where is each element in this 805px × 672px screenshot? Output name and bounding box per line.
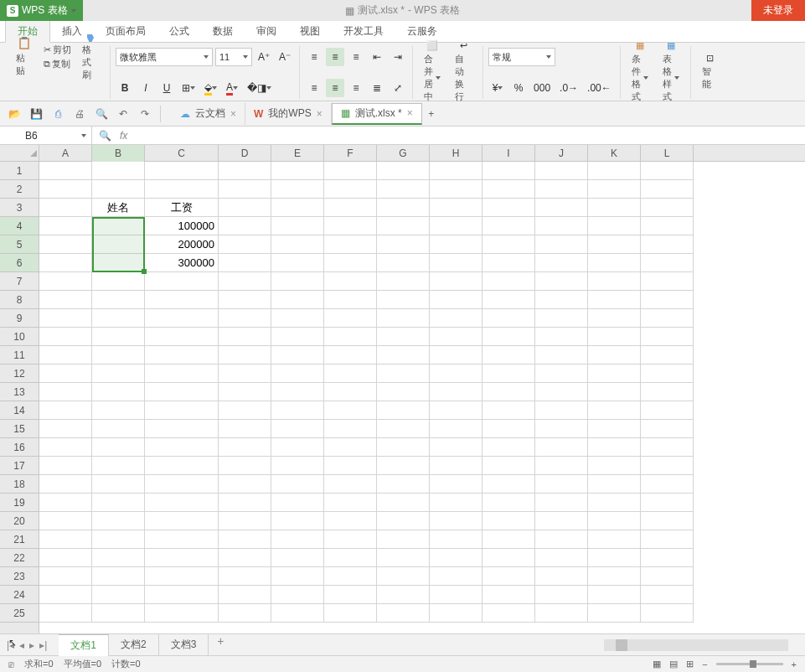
align-justify-button[interactable]: ≣ xyxy=(368,79,386,97)
cell-J1[interactable] xyxy=(535,162,588,180)
cell-D14[interactable] xyxy=(219,401,271,420)
merge-center-button[interactable]: ⬜ 合并居中 xyxy=(418,46,446,96)
cell-E24[interactable] xyxy=(271,586,324,604)
cell-A12[interactable] xyxy=(39,364,92,383)
cell-A11[interactable] xyxy=(39,346,92,364)
cell-E5[interactable] xyxy=(271,235,324,254)
cell-D6[interactable] xyxy=(219,254,271,272)
formula-input[interactable] xyxy=(136,127,805,144)
cell-J3[interactable] xyxy=(535,199,588,217)
cell-B1[interactable] xyxy=(92,162,145,180)
cell-K25[interactable] xyxy=(588,604,641,623)
cell-H13[interactable] xyxy=(430,383,482,401)
cell-E1[interactable] xyxy=(271,162,324,180)
cell-B25[interactable] xyxy=(92,604,145,623)
cell-G4[interactable] xyxy=(377,217,430,235)
cell-L14[interactable] xyxy=(641,401,694,420)
cell-E8[interactable] xyxy=(271,291,324,309)
cell-C11[interactable] xyxy=(145,346,219,364)
cell-A6[interactable] xyxy=(39,254,92,272)
doc-tab-cloud[interactable]: ☁ 云文档 × xyxy=(172,103,245,125)
row-header-14[interactable]: 14 xyxy=(0,401,39,420)
close-icon[interactable]: × xyxy=(317,108,323,120)
cell-K6[interactable] xyxy=(588,254,641,272)
cell-I9[interactable] xyxy=(482,309,535,328)
cell-K15[interactable] xyxy=(588,420,641,438)
column-header-L[interactable]: L xyxy=(641,145,694,162)
cell-F3[interactable] xyxy=(324,199,377,217)
cell-G15[interactable] xyxy=(377,420,430,438)
cell-G17[interactable] xyxy=(377,457,430,475)
cell-I19[interactable] xyxy=(482,494,535,512)
cell-L21[interactable] xyxy=(641,530,694,549)
cell-D13[interactable] xyxy=(219,383,271,401)
cell-F1[interactable] xyxy=(324,162,377,180)
cell-A8[interactable] xyxy=(39,291,92,309)
column-header-J[interactable]: J xyxy=(535,145,588,162)
align-left-button[interactable]: ≡ xyxy=(305,79,323,97)
ribbon-tab-data[interactable]: 数据 xyxy=(201,20,245,42)
save-button[interactable]: 💾 xyxy=(27,105,45,123)
cell-D1[interactable] xyxy=(219,162,271,180)
cell-F14[interactable] xyxy=(324,401,377,420)
spreadsheet-grid[interactable]: ABCDEFGHIJKL 123456789101112131415161718… xyxy=(0,145,805,633)
cell-L24[interactable] xyxy=(641,586,694,604)
cell-A4[interactable] xyxy=(39,217,92,235)
cell-K9[interactable] xyxy=(588,309,641,328)
row-header-4[interactable]: 4 xyxy=(0,217,39,235)
cell-K11[interactable] xyxy=(588,346,641,364)
cell-A3[interactable] xyxy=(39,199,92,217)
cell-B7[interactable] xyxy=(92,272,145,291)
cell-G25[interactable] xyxy=(377,604,430,623)
row-header-8[interactable]: 8 xyxy=(0,291,39,309)
cell-G13[interactable] xyxy=(377,383,430,401)
cell-L19[interactable] xyxy=(641,494,694,512)
cell-K19[interactable] xyxy=(588,494,641,512)
cell-K14[interactable] xyxy=(588,401,641,420)
cell-D16[interactable] xyxy=(219,438,271,457)
cell-A21[interactable] xyxy=(39,530,92,549)
cell-L25[interactable] xyxy=(641,604,694,623)
cell-B16[interactable] xyxy=(92,438,145,457)
cell-F25[interactable] xyxy=(324,604,377,623)
cell-K4[interactable] xyxy=(588,217,641,235)
cell-H7[interactable] xyxy=(430,272,482,291)
column-header-G[interactable]: G xyxy=(377,145,430,162)
comma-button[interactable]: 000 xyxy=(530,79,554,97)
column-header-C[interactable]: C xyxy=(145,145,219,162)
name-box[interactable]: B6 xyxy=(0,127,92,145)
cell-A22[interactable] xyxy=(39,549,92,567)
cell-D23[interactable] xyxy=(219,567,271,586)
cell-F21[interactable] xyxy=(324,530,377,549)
cell-J21[interactable] xyxy=(535,530,588,549)
cell-K1[interactable] xyxy=(588,162,641,180)
sheet-first-button[interactable]: |◂ xyxy=(5,639,16,651)
cell-H11[interactable] xyxy=(430,346,482,364)
cell-F16[interactable] xyxy=(324,438,377,457)
cell-F22[interactable] xyxy=(324,549,377,567)
cell-J20[interactable] xyxy=(535,512,588,530)
cell-J5[interactable] xyxy=(535,235,588,254)
cell-B12[interactable] xyxy=(92,364,145,383)
cell-A5[interactable] xyxy=(39,235,92,254)
view-break-button[interactable]: ⊞ xyxy=(686,659,694,669)
cell-H23[interactable] xyxy=(430,567,482,586)
cell-E17[interactable] xyxy=(271,457,324,475)
cell-L9[interactable] xyxy=(641,309,694,328)
row-header-21[interactable]: 21 xyxy=(0,530,39,549)
cell-B6[interactable] xyxy=(92,254,145,272)
cell-K5[interactable] xyxy=(588,235,641,254)
ribbon-tab-cloud[interactable]: 云服务 xyxy=(395,20,449,42)
cell-L10[interactable] xyxy=(641,328,694,346)
cell-J14[interactable] xyxy=(535,401,588,420)
cell-D2[interactable] xyxy=(219,180,271,199)
redo-button[interactable]: ↷ xyxy=(136,105,154,123)
cell-C20[interactable] xyxy=(145,512,219,530)
sheet-tab-1[interactable]: 文档1 xyxy=(59,634,109,656)
cell-H17[interactable] xyxy=(430,457,482,475)
column-header-E[interactable]: E xyxy=(271,145,324,162)
cell-D12[interactable] xyxy=(219,364,271,383)
cell-G16[interactable] xyxy=(377,438,430,457)
column-header-I[interactable]: I xyxy=(482,145,535,162)
cell-G6[interactable] xyxy=(377,254,430,272)
